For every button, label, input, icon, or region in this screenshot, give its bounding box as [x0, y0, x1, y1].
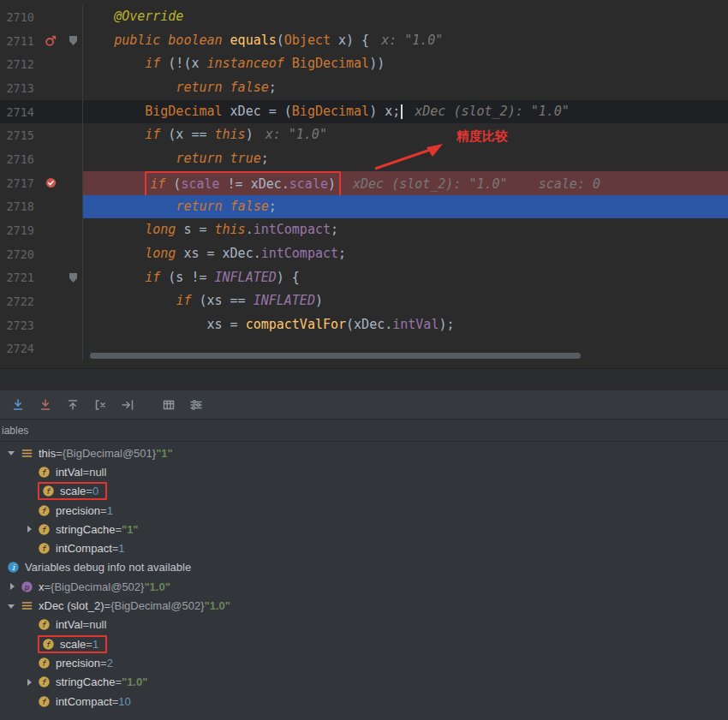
editor-gutter-cell[interactable]: 2720: [0, 242, 83, 266]
chevron-spacer: [22, 637, 36, 651]
variable-value: "1": [122, 523, 139, 536]
line-number: 2712: [5, 57, 34, 71]
code-token: (x ==: [160, 127, 214, 142]
variable-value: 1: [92, 638, 98, 651]
editor-gutter-cell[interactable]: 2711: [0, 29, 83, 53]
editor-gutter-cell[interactable]: 2713: [0, 76, 83, 100]
table-view-icon[interactable]: [158, 395, 180, 415]
code-token: intCompact: [261, 246, 338, 261]
code-text: return false;: [83, 195, 728, 219]
chevron-right-icon[interactable]: [22, 675, 36, 689]
variable-row[interactable]: fstringCache = "1.0": [0, 673, 728, 692]
run-to-cursor-icon[interactable]: [116, 395, 139, 415]
chevron-down-icon[interactable]: [5, 599, 19, 613]
equals-sign: =: [83, 466, 90, 479]
code-token: ;: [331, 222, 338, 237]
equals-sign: =: [83, 618, 90, 631]
code-token: this: [215, 127, 246, 142]
code-text: if (scale != xDec.scale)xDec (slot_2): "…: [83, 171, 728, 195]
variable-row[interactable]: px = {BigDecimal@502} "1.0": [0, 577, 728, 596]
editor-gutter-cell[interactable]: 2718: [0, 195, 83, 219]
variable-value: 10: [118, 695, 130, 708]
code-token: [83, 317, 207, 332]
code-token: INFLATED: [254, 293, 315, 308]
editor-gutter-cell[interactable]: 2724: [0, 337, 83, 361]
variable-row[interactable]: this = {BigDecimal@501} "1": [0, 443, 728, 462]
code-editor[interactable]: 2710 @Override2711 public boolean equals…: [0, 0, 728, 368]
variable-name: intCompact: [56, 542, 112, 555]
code-text: return false;: [83, 76, 728, 100]
field-icon: f: [38, 675, 51, 688]
code-line: 2719 long s = this.intCompact;: [0, 218, 728, 242]
editor-gutter-cell[interactable]: 2714: [0, 100, 83, 124]
variable-row[interactable]: fstringCache = "1": [0, 520, 728, 539]
step-out-icon[interactable]: [62, 395, 84, 415]
scrollbar-thumb[interactable]: [90, 353, 581, 359]
object-icon: [21, 599, 33, 612]
drop-frame-icon[interactable]: [89, 395, 111, 415]
debug-info-row[interactable]: iVariables debug info not available: [0, 558, 728, 577]
settings-filter-icon[interactable]: [185, 395, 207, 415]
code-line: 2718 return false;: [0, 195, 728, 219]
code-token: return: [176, 80, 222, 95]
code-token: ): [315, 293, 323, 308]
variable-row[interactable]: fprecision = 1: [0, 501, 728, 520]
code-token: [284, 56, 292, 71]
editor-gutter-cell[interactable]: 2719: [0, 218, 83, 242]
code-line: 2710 @Override: [0, 5, 728, 29]
fold-marker-shape: [69, 273, 77, 283]
fold-marker-icon[interactable]: [67, 36, 80, 45]
svg-text:f: f: [42, 468, 47, 477]
field-icon: f: [42, 485, 55, 497]
editor-gutter-cell[interactable]: 2717: [0, 171, 83, 195]
ide-window: 2710 @Override2711 public boolean equals…: [0, 0, 728, 720]
panel-divider[interactable]: [0, 368, 728, 390]
chevron-spacer: [22, 656, 36, 669]
editor-gutter-cell[interactable]: 2721: [0, 266, 83, 290]
editor-gutter-cell[interactable]: 2722: [0, 289, 83, 313]
annotation-box: fscale = 1: [38, 635, 107, 653]
code-token: (: [277, 33, 284, 48]
variable-row[interactable]: fintVal = null: [0, 616, 728, 634]
variable-row[interactable]: xDec (slot_2) = {BigDecimal@502} "1.0": [0, 596, 728, 615]
code-token: ;: [338, 246, 346, 261]
code-token: instanceof: [207, 56, 284, 71]
variable-row[interactable]: fintVal = null: [0, 462, 728, 481]
editor-gutter-cell[interactable]: 2710: [0, 5, 83, 29]
fold-marker-icon[interactable]: [67, 273, 80, 283]
chevron-right-icon[interactable]: [5, 580, 19, 593]
variable-row[interactable]: fscale = 1: [0, 634, 728, 653]
variable-row[interactable]: fscale = 0: [0, 482, 728, 501]
code-token: [83, 199, 176, 214]
code-text: @Override: [83, 5, 728, 29]
code-token: ): [328, 176, 336, 192]
code-token: [83, 270, 145, 285]
chevron-spacer: [22, 694, 36, 708]
debug-toolbar: [0, 390, 728, 420]
code-token: INFLATED: [215, 270, 277, 285]
chevron-right-icon[interactable]: [22, 522, 36, 536]
code-token: BigDecimal: [292, 56, 369, 71]
editor-gutter-cell[interactable]: 2715: [0, 123, 83, 147]
line-number: 2715: [5, 128, 34, 142]
editor-gutter-cell[interactable]: 2712: [0, 52, 83, 76]
equals-sign: =: [104, 599, 111, 612]
variables-panel: iables this = {BigDecimal@501} "1"fintVa…: [0, 420, 728, 720]
editor-gutter-cell[interactable]: 2716: [0, 147, 83, 171]
code-token: ): [246, 127, 254, 142]
force-step-into-icon[interactable]: [34, 395, 57, 415]
variable-value: 1: [118, 542, 124, 555]
code-token: if: [145, 56, 160, 71]
editor-gutter-cell[interactable]: 2723: [0, 313, 83, 337]
code-token: [83, 33, 114, 48]
chevron-down-icon[interactable]: [5, 446, 19, 460]
step-into-icon[interactable]: [7, 395, 29, 415]
horizontal-scrollbar[interactable]: [83, 353, 728, 360]
line-number: 2710: [5, 10, 34, 24]
variable-row[interactable]: fintCompact = 10: [0, 692, 728, 711]
equals-sign: =: [112, 695, 119, 708]
variable-row[interactable]: fintCompact = 1: [0, 539, 728, 557]
method-breakpoint-icon[interactable]: [34, 34, 67, 47]
variable-row[interactable]: fprecision = 2: [0, 653, 728, 672]
breakpoint-verified-icon[interactable]: [34, 176, 67, 189]
